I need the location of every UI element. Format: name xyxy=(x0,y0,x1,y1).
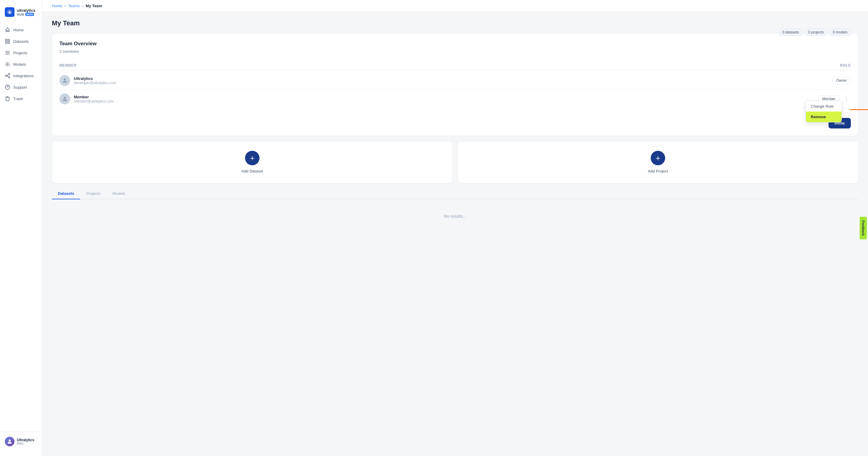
sidebar-item-datasets[interactable]: Datasets xyxy=(0,36,42,47)
no-results: No results... xyxy=(52,204,858,228)
svg-point-5 xyxy=(7,64,8,65)
member-row-1: Member member@ultralytics.com Member ⋮ C… xyxy=(59,90,851,108)
tabs-row: Datasets Projects Models xyxy=(52,188,858,199)
svg-point-12 xyxy=(64,97,66,99)
members-table: Member Role Ultralytics developer@ultral… xyxy=(59,61,851,129)
breadcrumb-teams[interactable]: Teams xyxy=(68,4,80,8)
nav-items: Home Datasets Projects xyxy=(0,24,42,432)
svg-point-8 xyxy=(8,77,10,78)
sidebar-item-models[interactable]: Models xyxy=(0,58,42,70)
add-project-icon: + xyxy=(651,151,665,165)
tab-projects[interactable]: Projects xyxy=(80,188,106,199)
svg-rect-3 xyxy=(5,42,7,44)
breadcrumb-home[interactable]: Home xyxy=(52,4,62,8)
member-role-area-0: Owner xyxy=(832,77,851,84)
stats-row: 0 datasets 0 projects 0 models xyxy=(779,29,851,36)
add-project-card[interactable]: + Add Project xyxy=(458,141,858,183)
svg-rect-2 xyxy=(8,39,10,41)
add-dataset-card[interactable]: + Add Dataset xyxy=(52,141,453,183)
sidebar: ultralytics HUB BETA Home xyxy=(0,0,42,456)
models-icon xyxy=(5,61,10,67)
dropdown-menu: Change Role Remove xyxy=(806,101,842,122)
sidebar-item-projects-label: Projects xyxy=(13,51,27,55)
member-name-1: Member xyxy=(74,95,818,99)
member-avatar-0 xyxy=(59,75,70,86)
sidebar-item-projects[interactable]: Projects xyxy=(0,47,42,58)
svg-rect-1 xyxy=(5,39,7,41)
team-overview-card: Team Overview 2 members 0 datasets 0 pro… xyxy=(52,33,858,136)
svg-rect-4 xyxy=(8,42,10,44)
sidebar-item-datasets-label: Datasets xyxy=(13,39,29,44)
remove-item[interactable]: Remove xyxy=(806,112,841,122)
projects-icon xyxy=(5,50,10,56)
col-member: Member xyxy=(59,63,76,67)
logo-text: ultralytics HUB BETA xyxy=(17,8,35,16)
user-name: Ultralytics xyxy=(17,438,34,442)
sidebar-item-integrations[interactable]: Integrations xyxy=(0,70,42,81)
integrations-icon xyxy=(5,73,10,78)
user-section[interactable]: Ultralytics PRO xyxy=(0,432,42,451)
member-email-1: member@ultralytics.com xyxy=(74,99,818,104)
svg-point-7 xyxy=(8,74,10,75)
member-row-0: Ultralytics developer@ultralytics.com Ow… xyxy=(59,72,851,90)
logo: ultralytics HUB BETA xyxy=(0,5,42,24)
breadcrumb-sep1: > xyxy=(64,4,67,8)
breadcrumb-sep2: > xyxy=(82,4,84,8)
header: Home > Teams > My Team xyxy=(42,0,868,12)
app-name: ultralytics xyxy=(17,8,35,13)
user-avatar xyxy=(5,437,14,446)
sidebar-item-trash[interactable]: Trash xyxy=(0,93,42,104)
feedback-button[interactable]: Feedback xyxy=(860,217,867,239)
table-header: Member Role xyxy=(59,61,851,70)
hub-label: HUB xyxy=(17,13,24,16)
invite-area: Invite xyxy=(59,113,851,129)
beta-badge: BETA xyxy=(25,13,34,16)
change-role-item[interactable]: Change Role xyxy=(806,101,841,112)
user-info: Ultralytics PRO xyxy=(17,438,34,446)
members-count: 2 members xyxy=(59,49,96,54)
add-dataset-icon: + xyxy=(245,151,259,165)
team-overview-title: Team Overview xyxy=(59,41,96,47)
trash-icon xyxy=(5,96,10,101)
col-role: Role xyxy=(840,63,851,67)
add-dataset-label: Add Dataset xyxy=(241,169,263,173)
user-plan: PRO xyxy=(17,442,34,446)
stat-datasets: 0 datasets xyxy=(779,29,802,36)
sidebar-item-home-label: Home xyxy=(13,28,24,32)
arrow-line xyxy=(850,109,868,110)
sidebar-item-support[interactable]: Support xyxy=(0,81,42,93)
tab-datasets[interactable]: Datasets xyxy=(52,188,80,199)
member-avatar-1 xyxy=(59,93,70,104)
breadcrumb: Home > Teams > My Team xyxy=(52,4,102,8)
more-options-button[interactable]: ⋮ xyxy=(842,95,851,103)
role-badge-0: Owner xyxy=(832,77,851,84)
svg-point-10 xyxy=(9,439,11,441)
arrow-annotation xyxy=(850,107,868,112)
datasets-icon xyxy=(5,38,10,44)
main-content: Home > Teams > My Team My Team Team Over… xyxy=(42,0,868,456)
sidebar-item-integrations-label: Integrations xyxy=(13,74,34,78)
home-icon xyxy=(5,27,10,33)
sidebar-item-home[interactable]: Home xyxy=(0,24,42,36)
logo-icon xyxy=(5,7,14,17)
svg-point-6 xyxy=(5,75,7,77)
content-area: My Team Team Overview 2 members 0 datase… xyxy=(42,12,868,456)
stat-projects: 0 projects xyxy=(805,29,827,36)
member-info-0: Ultralytics developer@ultralytics.com xyxy=(74,76,832,85)
add-cards-row: + Add Dataset + Add Project xyxy=(52,141,858,183)
breadcrumb-current: My Team xyxy=(86,4,102,8)
page-title: My Team xyxy=(52,19,858,27)
sidebar-item-trash-label: Trash xyxy=(13,96,23,101)
support-icon xyxy=(5,84,10,90)
sidebar-item-support-label: Support xyxy=(13,85,27,90)
member-info-1: Member member@ultralytics.com xyxy=(74,95,818,104)
add-project-label: Add Project xyxy=(648,169,668,173)
member-email-0: developer@ultralytics.com xyxy=(74,81,832,85)
svg-point-11 xyxy=(64,78,66,81)
member-name-0: Ultralytics xyxy=(74,76,832,81)
sidebar-item-models-label: Models xyxy=(13,62,26,67)
stat-models: 0 models xyxy=(830,29,851,36)
tab-models[interactable]: Models xyxy=(106,188,131,199)
